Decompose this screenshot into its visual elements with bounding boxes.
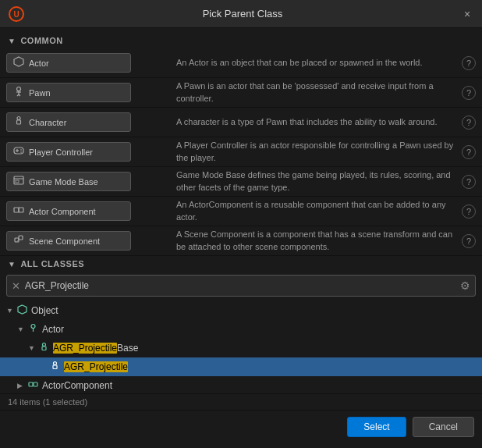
game-mode-base-icon [13, 175, 24, 188]
actor-component-class-icon [28, 379, 38, 392]
svg-point-26 [43, 343, 46, 347]
common-section-label: COMMON [20, 36, 62, 45]
all-classes-section-label: ALL CLASSES [20, 259, 84, 268]
tree-item-object-label: Object [31, 305, 476, 316]
tree-expand-object-icon: ▼ [6, 307, 17, 315]
tree-item-agr-projectile[interactable]: AGR_Projectile [0, 357, 482, 376]
highlight-text: AGR_Projectile [53, 343, 117, 354]
title-bar: U Pick Parent Class × [0, 0, 482, 28]
common-item-game-mode-base: Game Mode Base Game Mode Base defines th… [0, 167, 482, 197]
search-bar: ✕ ⚙ [6, 275, 476, 297]
tree-item-actor-component[interactable]: ▶ ActorComponent [0, 376, 482, 393]
common-item-scene-component: Scene Component A Scene Component is a c… [0, 226, 482, 256]
svg-point-3 [17, 87, 21, 91]
svg-rect-27 [42, 347, 46, 350]
common-item-player-controller: Player Controller A Player Controller is… [0, 137, 482, 167]
agr-projectile-class-icon [50, 361, 60, 373]
pawn-description: A Pawn is an actor that can be 'possesse… [170, 80, 462, 105]
svg-point-8 [17, 117, 20, 120]
character-button[interactable]: Character [6, 112, 131, 132]
tree-item-actor[interactable]: ▼ Actor [0, 320, 482, 339]
game-mode-base-help-icon[interactable]: ? [462, 175, 476, 189]
common-item-actor-component: Actor Component An ActorComponent is a r… [0, 197, 482, 226]
actor-component-label: Actor Component [29, 207, 96, 216]
highlight-text-selected: AGR_Projectile [64, 361, 128, 372]
tree-item-object[interactable]: ▼ Object [0, 301, 482, 320]
svg-marker-23 [18, 305, 27, 314]
svg-rect-18 [14, 208, 19, 212]
scene-component-icon [13, 234, 24, 247]
tree-item-actor-component-label: ActorComponent [42, 380, 476, 391]
actor-component-button[interactable]: Actor Component [6, 201, 131, 221]
svg-point-24 [31, 325, 35, 329]
status-bar: 14 items (1 selected) [0, 393, 482, 410]
common-section: ▼ COMMON Actor An Actor is an object tha… [0, 33, 482, 256]
close-button[interactable]: × [460, 7, 474, 21]
svg-point-28 [54, 362, 57, 365]
pawn-help-icon[interactable]: ? [462, 86, 476, 100]
tree-item-agr-projectilebase[interactable]: ▼ AGR_ProjectileBase [0, 339, 482, 357]
actor-class-icon [28, 323, 38, 336]
svg-rect-31 [34, 382, 37, 386]
svg-line-7 [19, 94, 20, 96]
search-clear-icon[interactable]: ✕ [12, 280, 20, 292]
svg-point-13 [20, 149, 22, 151]
common-item-actor: Actor An Actor is an object that can be … [0, 48, 482, 78]
tree-item-agr-projectilebase-label: AGR_ProjectileBase [53, 343, 476, 354]
actor-label: Actor [29, 59, 49, 68]
actor-icon [13, 56, 24, 69]
pawn-label: Pawn [29, 88, 51, 98]
scene-component-button[interactable]: Scene Component [6, 231, 131, 251]
common-item-character: Character A character is a type of Pawn … [0, 108, 482, 137]
svg-rect-19 [19, 208, 23, 212]
character-icon [13, 116, 24, 129]
svg-point-14 [20, 151, 22, 153]
svg-rect-21 [19, 236, 23, 240]
bottom-buttons: Select Cancel [0, 410, 482, 443]
game-mode-base-button[interactable]: Game Mode Base [6, 172, 131, 191]
actor-component-icon [13, 204, 24, 218]
player-controller-button[interactable]: Player Controller [6, 142, 131, 162]
character-help-icon[interactable]: ? [462, 116, 476, 130]
object-class-icon [17, 304, 27, 317]
dialog-title: Pick Parent Class [25, 8, 460, 20]
select-button[interactable]: Select [347, 417, 406, 437]
all-classes-section-header: ▼ ALL CLASSES [0, 256, 482, 272]
cancel-button[interactable]: Cancel [413, 417, 474, 437]
dialog-content: ▼ COMMON Actor An Actor is an object tha… [0, 28, 482, 448]
svg-rect-9 [17, 120, 21, 124]
all-classes-arrow-icon: ▼ [8, 260, 16, 268]
scene-component-description: A Scene Component is a component that ha… [170, 229, 462, 253]
actor-component-help-icon[interactable]: ? [462, 204, 476, 219]
tree-item-agr-projectile-label: AGR_Projectile [64, 361, 476, 372]
tree-item-actor-label: Actor [42, 324, 476, 335]
actor-button[interactable]: Actor [6, 53, 131, 73]
player-controller-help-icon[interactable]: ? [462, 145, 476, 159]
common-section-header: ▼ COMMON [0, 33, 482, 48]
agr-projectilebase-class-icon [39, 342, 49, 354]
svg-rect-30 [29, 382, 33, 386]
tree-view: ▼ Object ▼ Actor ▼ [0, 300, 482, 393]
player-controller-description: A Player Controller is an actor responsi… [170, 140, 462, 164]
tree-expand-agr-projectilebase-icon: ▼ [28, 344, 39, 352]
all-classes-section: ▼ ALL CLASSES ✕ ⚙ ▼ Object ▼ [0, 256, 482, 410]
scene-component-help-icon[interactable]: ? [462, 234, 476, 248]
svg-rect-17 [16, 180, 19, 183]
common-arrow-icon: ▼ [8, 37, 16, 45]
scene-component-label: Scene Component [29, 236, 100, 246]
character-description: A character is a type of Pawn that inclu… [170, 116, 462, 128]
player-controller-icon [13, 145, 24, 158]
tree-expand-actor-component-icon: ▶ [17, 382, 28, 389]
pawn-button[interactable]: Pawn [6, 83, 131, 102]
app-logo: U [8, 5, 25, 23]
svg-marker-2 [14, 57, 23, 66]
svg-text:U: U [13, 10, 19, 19]
search-settings-icon[interactable]: ⚙ [460, 279, 470, 292]
search-input[interactable] [25, 280, 460, 291]
player-controller-label: Player Controller [29, 148, 93, 157]
common-item-pawn: Pawn A Pawn is an actor that can be 'pos… [0, 78, 482, 108]
tree-expand-actor-icon: ▼ [17, 325, 28, 333]
actor-component-description: An ActorComponent is a reusable componen… [170, 199, 462, 223]
actor-help-icon[interactable]: ? [462, 56, 476, 70]
game-mode-base-description: Game Mode Base defines the game being pl… [170, 169, 462, 194]
